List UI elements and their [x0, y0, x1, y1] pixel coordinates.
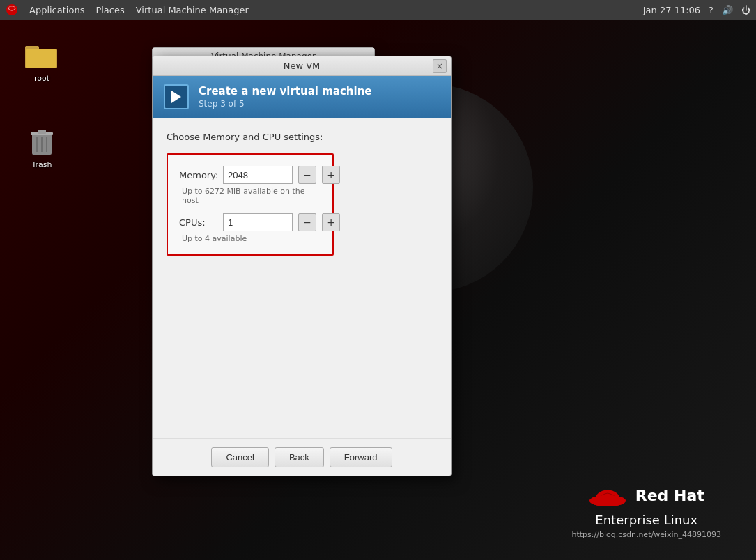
menubar-user-icon: ?	[709, 5, 713, 15]
plus-icon: +	[327, 169, 335, 180]
menubar: Applications Places Virtual Machine Mana…	[0, 0, 756, 20]
redhat-menu-icon	[6, 3, 18, 16]
cpus-input[interactable]	[223, 213, 293, 231]
redhat-url: https://blog.csdn.net/weixin_44891093	[571, 530, 721, 539]
settings-box: Memory: − + Up to 6272 MiB available on …	[167, 153, 334, 256]
back-button[interactable]: Back	[275, 447, 324, 467]
dialog-body: Choose Memory and CPU settings: Memory: …	[153, 118, 451, 438]
cpus-row: CPUs: − +	[179, 213, 321, 231]
redhat-hat-logo	[589, 480, 627, 511]
cpus-decrement-button[interactable]: −	[298, 213, 316, 231]
dialog-titlebar: New VM ×	[153, 56, 451, 76]
dialog-title: New VM	[284, 61, 321, 71]
svg-point-14	[589, 495, 626, 506]
memory-input[interactable]	[223, 166, 293, 184]
menubar-applications[interactable]: Applications	[29, 5, 84, 15]
play-icon	[169, 89, 184, 104]
svg-marker-11	[171, 91, 181, 103]
dialog-footer: Cancel Back Forward	[153, 438, 451, 476]
trash-icon[interactable]: Trash	[20, 125, 64, 169]
cpus-label: CPUs:	[179, 217, 217, 228]
cancel-button[interactable]: Cancel	[211, 447, 268, 467]
enterprise-linux-text: Enterprise Linux	[595, 513, 697, 527]
dialog-header: Create a new virtual machine Step 3 of 5	[153, 76, 451, 118]
menubar-datetime: Jan 27 11:06	[643, 5, 700, 15]
header-icon	[164, 84, 189, 109]
redhat-branding: Red Hat Enterprise Linux https://blog.cs…	[571, 480, 721, 539]
memory-increment-button[interactable]: +	[322, 166, 340, 184]
menubar-power-icon[interactable]: ⏻	[741, 5, 750, 15]
section-label: Choose Memory and CPU settings:	[167, 132, 437, 142]
trash-label: Trash	[31, 160, 52, 169]
redhat-name-text: Red Hat	[635, 487, 704, 504]
dialog-header-title: Create a new virtual machine	[199, 85, 372, 98]
menubar-places[interactable]: Places	[95, 5, 124, 15]
desktop: Applications Places Virtual Machine Mana…	[0, 0, 756, 560]
new-vm-dialog: New VM × Create a new virtual machine St…	[152, 56, 452, 476]
menubar-left: Applications Places Virtual Machine Mana…	[6, 3, 249, 16]
plus-icon-cpus: +	[327, 217, 335, 228]
cpus-increment-button[interactable]: +	[322, 213, 340, 231]
menubar-right: Jan 27 11:06 ? 🔊 ⏻	[643, 5, 750, 15]
root-label: root	[34, 74, 49, 83]
memory-hint: Up to 6272 MiB available on the host	[182, 187, 321, 205]
menubar-volume-icon: 🔊	[722, 5, 733, 15]
folder-image	[25, 39, 59, 72]
trash-image	[25, 125, 59, 159]
header-text: Create a new virtual machine Step 3 of 5	[199, 85, 372, 109]
redhat-logo-area: Red Hat	[589, 480, 704, 511]
memory-label: Memory:	[179, 170, 217, 180]
forward-button[interactable]: Forward	[330, 447, 392, 467]
minus-icon-cpus: −	[303, 217, 311, 228]
memory-row: Memory: − +	[179, 166, 321, 184]
svg-rect-7	[38, 130, 46, 134]
cpus-hint: Up to 4 available	[182, 234, 321, 243]
root-folder-icon[interactable]: root	[20, 39, 64, 83]
memory-decrement-button[interactable]: −	[298, 166, 316, 184]
minus-icon: −	[303, 169, 311, 180]
dialog-close-button[interactable]: ×	[433, 59, 447, 73]
svg-rect-4	[26, 49, 56, 68]
dialog-step-indicator: Step 3 of 5	[199, 99, 372, 109]
menubar-vmm[interactable]: Virtual Machine Manager	[136, 5, 249, 15]
